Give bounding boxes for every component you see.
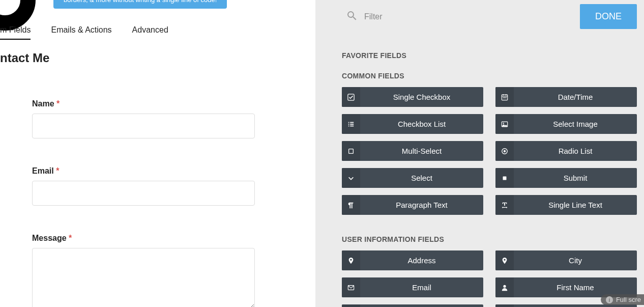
field-type-checkbox-list[interactable]: Checkbox List bbox=[342, 114, 483, 134]
favorite-fields-heading: FAVORITE FIELDS bbox=[342, 51, 644, 60]
calendar-icon bbox=[495, 87, 514, 107]
chevron-down-icon bbox=[342, 168, 360, 188]
field-type-paragraph-text[interactable]: Paragraph Text bbox=[342, 195, 483, 215]
field-type-label: Date/Time bbox=[514, 87, 637, 107]
field-type-select[interactable]: Select bbox=[342, 168, 483, 188]
filter-input[interactable] bbox=[364, 12, 466, 21]
list-icon bbox=[342, 114, 360, 134]
name-label: Name * bbox=[32, 99, 255, 108]
field-type-submit[interactable]: Submit bbox=[495, 168, 637, 188]
field-type-label: Single Line Text bbox=[514, 195, 637, 215]
field-type-label: Address bbox=[360, 250, 483, 270]
name-input[interactable] bbox=[32, 114, 255, 138]
info-icon: i bbox=[606, 296, 613, 303]
tab-advanced[interactable]: Advanced bbox=[132, 25, 168, 40]
field-type-label: Checkbox List bbox=[360, 114, 483, 134]
field-type-label: Email bbox=[360, 277, 483, 297]
done-button[interactable]: DONE bbox=[580, 4, 637, 29]
search-icon bbox=[346, 10, 358, 24]
fullscreen-hint[interactable]: i Full scre bbox=[601, 294, 644, 305]
email-label: Email * bbox=[32, 166, 255, 176]
field-type-last-name[interactable]: Last Name bbox=[342, 304, 483, 307]
user-icon bbox=[342, 304, 360, 307]
image-icon bbox=[495, 114, 514, 134]
dot-icon bbox=[495, 141, 514, 161]
field-type-email[interactable]: Email bbox=[342, 277, 483, 297]
field-type-label: Multi-Select bbox=[360, 141, 483, 161]
square-sm-icon bbox=[495, 168, 514, 188]
user-icon bbox=[495, 277, 514, 297]
pin-icon bbox=[342, 250, 360, 270]
field-type-label: Radio List bbox=[514, 141, 637, 161]
check-square-icon bbox=[342, 87, 360, 107]
message-textarea[interactable] bbox=[32, 248, 255, 307]
field-type-multi-select[interactable]: Multi-Select bbox=[342, 141, 483, 161]
common-fields-heading: COMMON FIELDS bbox=[342, 72, 644, 80]
field-type-city[interactable]: City bbox=[495, 250, 637, 270]
message-label: Message * bbox=[32, 234, 255, 243]
flag-icon bbox=[495, 304, 514, 307]
field-type-label: Paragraph Text bbox=[360, 195, 483, 215]
text-width-icon bbox=[495, 195, 514, 215]
field-type-label: Last Name bbox=[360, 304, 483, 307]
field-type-address[interactable]: Address bbox=[342, 250, 483, 270]
field-type-label: Select Image bbox=[514, 114, 637, 134]
paragraph-icon bbox=[342, 195, 360, 215]
field-type-label: Single Checkbox bbox=[360, 87, 483, 107]
tab-form-fields[interactable]: m Fields bbox=[0, 25, 31, 40]
form-title[interactable]: ntact Me bbox=[0, 51, 49, 65]
field-type-select-image[interactable]: Select Image bbox=[495, 114, 637, 134]
user-info-fields-heading: USER INFORMATION FIELDS bbox=[342, 235, 644, 243]
promo-banner: borders, & more without writing a single… bbox=[53, 0, 227, 9]
tabs: m Fields Emails & Actions Advanced bbox=[0, 25, 168, 40]
field-type-single-line-text[interactable]: Single Line Text bbox=[495, 195, 637, 215]
field-type-label: Select bbox=[360, 168, 483, 188]
square-icon bbox=[342, 141, 360, 161]
field-type-date-time[interactable]: Date/Time bbox=[495, 87, 637, 107]
tab-emails-actions[interactable]: Emails & Actions bbox=[51, 25, 111, 40]
field-type-radio-list[interactable]: Radio List bbox=[495, 141, 637, 161]
pin-icon bbox=[495, 250, 514, 270]
field-type-label: City bbox=[514, 250, 637, 270]
email-input[interactable] bbox=[32, 181, 255, 206]
envelope-icon bbox=[342, 277, 360, 297]
field-type-single-checkbox[interactable]: Single Checkbox bbox=[342, 87, 483, 107]
field-type-label: Submit bbox=[514, 168, 637, 188]
